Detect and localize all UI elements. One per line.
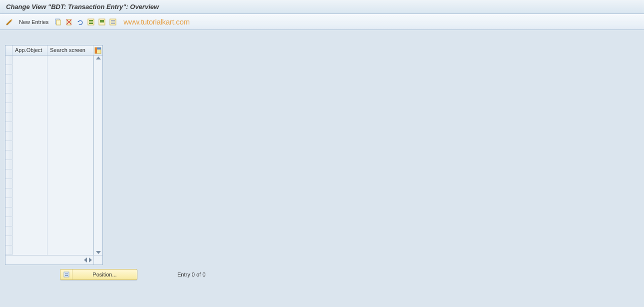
row-selector[interactable]	[5, 188, 12, 198]
row-selector[interactable]	[5, 246, 12, 254]
cell-app-object[interactable]	[12, 94, 47, 103]
cell-search-screen[interactable]	[47, 150, 93, 160]
cell-search-screen[interactable]	[47, 188, 93, 198]
table-row[interactable]	[5, 208, 93, 217]
row-selector[interactable]	[5, 112, 12, 122]
row-selector[interactable]	[5, 198, 12, 207]
row-selector[interactable]	[5, 217, 12, 226]
cell-search-screen[interactable]	[47, 141, 93, 150]
cell-app-object[interactable]	[12, 226, 47, 236]
table-row[interactable]	[5, 198, 93, 208]
cell-search-screen[interactable]	[47, 226, 93, 236]
table-row[interactable]	[5, 246, 93, 255]
select-block-icon[interactable]	[97, 18, 106, 26]
row-selector[interactable]	[5, 226, 12, 236]
table-row[interactable]	[5, 112, 93, 122]
horizontal-scrollbar[interactable]	[55, 256, 93, 264]
row-selector[interactable]	[5, 179, 12, 188]
cell-app-object[interactable]	[12, 198, 47, 208]
undo-icon[interactable]	[75, 18, 84, 26]
cell-app-object[interactable]	[12, 236, 47, 246]
row-selector[interactable]	[5, 56, 12, 64]
scroll-left-icon[interactable]	[84, 258, 87, 262]
cell-search-screen[interactable]	[47, 246, 93, 255]
cell-search-screen[interactable]	[47, 132, 93, 141]
cell-app-object[interactable]	[12, 56, 47, 65]
table-row[interactable]	[5, 141, 93, 150]
table-row[interactable]	[5, 179, 93, 188]
table-row[interactable]	[5, 94, 93, 103]
table-row[interactable]	[5, 74, 93, 84]
grid-column-app-object[interactable]: App.Object	[12, 46, 47, 55]
scroll-right-icon[interactable]	[89, 258, 92, 262]
deselect-all-icon[interactable]	[108, 18, 117, 26]
table-row[interactable]	[5, 103, 93, 112]
cell-app-object[interactable]	[12, 246, 47, 255]
cell-app-object[interactable]	[12, 74, 47, 84]
cell-app-object[interactable]	[12, 141, 47, 150]
table-row[interactable]	[5, 65, 93, 74]
table-row[interactable]	[5, 236, 93, 246]
cell-search-screen[interactable]	[47, 74, 93, 84]
toggle-change-icon[interactable]	[5, 18, 14, 26]
row-selector[interactable]	[5, 141, 12, 150]
cell-app-object[interactable]	[12, 179, 47, 188]
cell-search-screen[interactable]	[47, 179, 93, 188]
table-row[interactable]	[5, 170, 93, 179]
table-row[interactable]	[5, 160, 93, 170]
row-selector[interactable]	[5, 74, 12, 84]
cell-search-screen[interactable]	[47, 103, 93, 112]
table-row[interactable]	[5, 122, 93, 132]
scroll-up-icon[interactable]	[96, 56, 101, 60]
cell-search-screen[interactable]	[47, 122, 93, 132]
table-row[interactable]	[5, 56, 93, 65]
table-row[interactable]	[5, 84, 93, 94]
cell-search-screen[interactable]	[47, 112, 93, 122]
delete-icon[interactable]	[64, 18, 73, 26]
row-selector[interactable]	[5, 160, 12, 169]
table-row[interactable]	[5, 132, 93, 141]
row-selector[interactable]	[5, 150, 12, 160]
select-all-icon[interactable]	[86, 18, 95, 26]
table-row[interactable]	[5, 150, 93, 160]
table-row[interactable]	[5, 217, 93, 226]
position-button[interactable]: Position...	[60, 269, 137, 280]
cell-search-screen[interactable]	[47, 94, 93, 103]
new-entries-button[interactable]: New Entries	[16, 18, 51, 26]
table-row[interactable]	[5, 188, 93, 198]
cell-app-object[interactable]	[12, 160, 47, 170]
copy-as-icon[interactable]	[53, 18, 62, 26]
cell-search-screen[interactable]	[47, 236, 93, 246]
cell-search-screen[interactable]	[47, 208, 93, 217]
grid-column-search-screen[interactable]: Search screen	[47, 46, 93, 55]
row-selector[interactable]	[5, 65, 12, 74]
cell-app-object[interactable]	[12, 217, 47, 226]
row-selector[interactable]	[5, 208, 12, 216]
cell-search-screen[interactable]	[47, 84, 93, 94]
cell-search-screen[interactable]	[47, 65, 93, 74]
cell-search-screen[interactable]	[47, 170, 93, 179]
cell-app-object[interactable]	[12, 112, 47, 122]
scroll-down-icon[interactable]	[96, 251, 101, 254]
cell-app-object[interactable]	[12, 65, 47, 74]
row-selector[interactable]	[5, 122, 12, 131]
row-selector[interactable]	[5, 84, 12, 93]
cell-app-object[interactable]	[12, 84, 47, 94]
row-selector[interactable]	[5, 132, 12, 140]
cell-search-screen[interactable]	[47, 56, 93, 65]
table-settings-icon[interactable]	[93, 46, 102, 55]
cell-app-object[interactable]	[12, 132, 47, 141]
cell-app-object[interactable]	[12, 188, 47, 198]
cell-app-object[interactable]	[12, 208, 47, 217]
cell-search-screen[interactable]	[47, 217, 93, 226]
row-selector[interactable]	[5, 236, 12, 245]
cell-app-object[interactable]	[12, 170, 47, 179]
grid-header-selector[interactable]	[5, 46, 12, 55]
row-selector[interactable]	[5, 170, 12, 178]
table-row[interactable]	[5, 226, 93, 236]
cell-app-object[interactable]	[12, 122, 47, 132]
cell-search-screen[interactable]	[47, 198, 93, 208]
row-selector[interactable]	[5, 103, 12, 112]
cell-search-screen[interactable]	[47, 160, 93, 170]
row-selector[interactable]	[5, 94, 12, 102]
